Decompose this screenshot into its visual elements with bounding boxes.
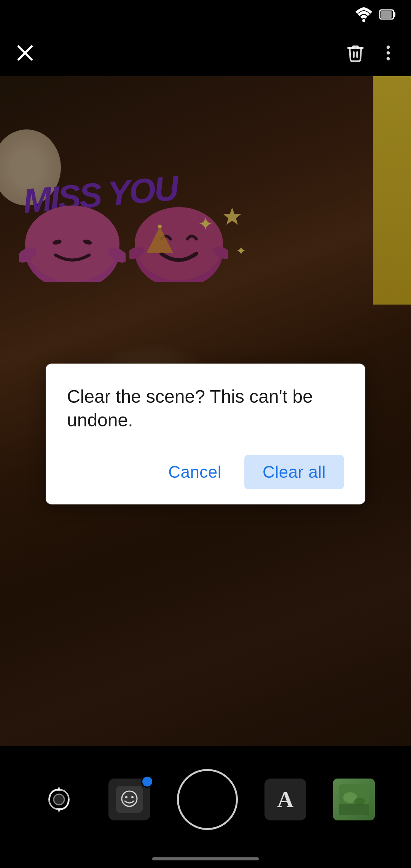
top-toolbar [0, 30, 411, 76]
shutter-button[interactable] [177, 769, 238, 830]
svg-rect-3 [381, 11, 392, 18]
dialog-message: Clear the scene? This can't be undone. [67, 385, 344, 432]
text-overlay-button[interactable]: A [264, 779, 306, 820]
sticker-badge [141, 775, 153, 788]
svg-rect-2 [393, 12, 395, 17]
shutter-inner [183, 775, 232, 824]
toolbar-right-actions [346, 43, 396, 64]
status-bar [0, 0, 411, 30]
close-button[interactable] [15, 43, 35, 64]
svg-point-30 [131, 796, 134, 798]
svg-marker-25 [57, 786, 61, 791]
svg-point-7 [387, 51, 390, 54]
clear-scene-dialog: Clear the scene? This can't be undone. C… [46, 364, 365, 505]
svg-point-29 [125, 796, 127, 798]
delete-button[interactable] [346, 43, 365, 64]
bottom-nav-indicator [152, 857, 259, 860]
battery-icon [379, 7, 396, 24]
dialog-buttons: Cancel Clear all [67, 455, 344, 489]
gallery-thumbnail[interactable] [333, 779, 375, 820]
svg-point-0 [362, 19, 365, 22]
more-options-button[interactable] [381, 43, 396, 64]
svg-point-24 [54, 794, 64, 805]
svg-marker-26 [57, 808, 61, 813]
svg-rect-27 [116, 786, 143, 813]
text-button-label: A [277, 787, 293, 813]
clear-all-button[interactable]: Clear all [244, 455, 344, 489]
svg-point-8 [387, 57, 390, 60]
rotate-camera-button[interactable] [36, 777, 82, 822]
bottom-toolbar: A [0, 761, 411, 838]
svg-rect-34 [339, 804, 369, 815]
svg-point-6 [387, 45, 390, 49]
sticker-button[interactable] [108, 779, 150, 820]
status-icons [355, 7, 396, 24]
wifi-icon [355, 7, 373, 24]
dialog-overlay: Clear the scene? This can't be undone. C… [0, 76, 411, 792]
cancel-button[interactable]: Cancel [153, 455, 237, 489]
